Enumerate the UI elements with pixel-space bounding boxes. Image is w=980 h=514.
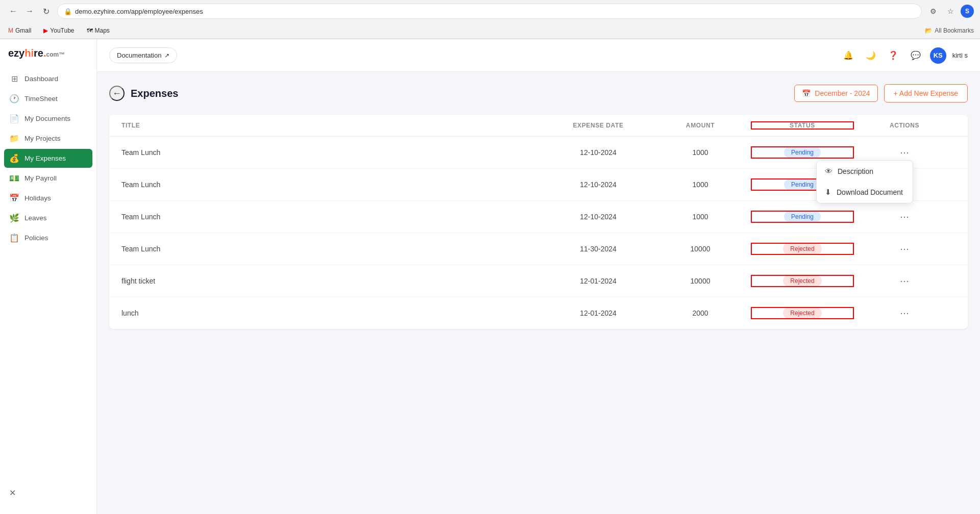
address-bar[interactable]: 🔒 demo.ezyhire.com/app/employee/expenses [57, 4, 922, 19]
sidebar-item-policies[interactable]: 📋 Policies [4, 228, 92, 247]
external-link-icon: ↗ [164, 52, 169, 59]
status-badge: Pending [784, 179, 821, 190]
col-header-date: EXPENSE DATE [547, 122, 649, 129]
sidebar-item-payroll[interactable]: 💵 My Payroll [4, 169, 92, 188]
top-bar: Documentation ↗ 🔔 🌙 ❓ 💬 KS kirti s [97, 39, 980, 72]
reload-button[interactable]: ↻ [39, 4, 53, 18]
sidebar-close-btn[interactable]: ✕ [4, 483, 92, 502]
sidebar-item-label: My Documents [24, 115, 70, 122]
expenses-table: TITLE EXPENSE DATE AMOUNT STATUS ACTIONS… [109, 115, 968, 329]
col-header-amount: AMOUNT [649, 122, 751, 129]
status-badge: Pending [784, 211, 821, 222]
sidebar-item-expenses[interactable]: 💰 My Expenses [4, 149, 92, 168]
youtube-icon: ▶ [43, 27, 48, 34]
profile-btn[interactable]: S [961, 5, 974, 18]
back-nav-button[interactable]: ← [6, 4, 20, 18]
bookmark-gmail[interactable]: M Gmail [6, 26, 33, 35]
cell-date: 11-30-2024 [547, 245, 649, 253]
date-filter-button[interactable]: 📅 December - 2024 [794, 85, 877, 102]
dropdown-description[interactable]: 👁 Description [817, 161, 913, 182]
page-actions: 📅 December - 2024 + Add New Expense [794, 84, 968, 102]
documents-icon: 📄 [9, 114, 19, 123]
actions-cell: ⋯ [853, 305, 955, 321]
sidebar-nav: ⊞ Dashboard 🕐 TimeSheet 📄 My Documents 📁… [0, 69, 96, 479]
bookmark-btn[interactable]: ☆ [943, 4, 958, 18]
sidebar-item-label: My Projects [24, 135, 61, 142]
user-avatar[interactable]: KS [930, 47, 946, 64]
cell-title: lunch [121, 309, 547, 317]
sidebar: ezyhire.com™ ⊞ Dashboard 🕐 TimeSheet 📄 M… [0, 39, 97, 514]
bookmark-maps[interactable]: 🗺 Maps [85, 26, 112, 35]
documentation-button[interactable]: Documentation ↗ [109, 47, 177, 63]
table-row: Team Lunch 12-10-2024 1000 Pending ⋯ 👁 [109, 137, 968, 169]
sidebar-item-documents[interactable]: 📄 My Documents [4, 109, 92, 128]
user-name-label: kirti s [952, 52, 968, 59]
add-expense-label: + Add New Expense [894, 89, 958, 97]
logo-hi: hi [24, 47, 34, 59]
sidebar-item-label: Dashboard [24, 75, 58, 83]
forward-nav-button[interactable]: → [22, 4, 37, 18]
sidebar-item-label: Policies [24, 234, 48, 242]
moon-icon[interactable]: 🌙 [863, 47, 879, 64]
cell-status: Pending [751, 211, 853, 222]
cell-amount: 2000 [649, 309, 751, 317]
cell-amount: 10000 [649, 245, 751, 253]
all-bookmarks-label: All Bookmarks [935, 27, 974, 34]
status-badge: Pending [784, 147, 821, 158]
leaves-icon: 🌿 [9, 213, 19, 223]
actions-cell: ⋯ [853, 273, 955, 289]
cell-date: 12-10-2024 [547, 148, 649, 157]
actions-cell: ⋯ 👁 Description ⬇ Download Document [853, 145, 955, 160]
sidebar-item-timesheet[interactable]: 🕐 TimeSheet [4, 89, 92, 108]
logo-ezy: ezy [8, 47, 24, 59]
notification-bell-icon[interactable]: 🔔 [840, 47, 856, 64]
cell-title: flight ticket [121, 277, 547, 285]
table-row: Team Lunch 11-30-2024 10000 Rejected ⋯ [109, 233, 968, 265]
sidebar-item-leaves[interactable]: 🌿 Leaves [4, 209, 92, 227]
chat-icon[interactable]: 💬 [908, 47, 924, 64]
browser-toolbar: ← → ↻ 🔒 demo.ezyhire.com/app/employee/ex… [0, 0, 980, 22]
dropdown-download[interactable]: ⬇ Download Document [817, 182, 913, 203]
action-dots-button[interactable]: ⋯ [896, 145, 913, 160]
col-header-status: STATUS [751, 122, 853, 129]
cell-title: Team Lunch [121, 181, 547, 189]
cell-date: 12-10-2024 [547, 213, 649, 221]
page-title: Expenses [131, 88, 178, 99]
action-dropdown: 👁 Description ⬇ Download Document [816, 160, 913, 203]
holidays-icon: 📅 [9, 193, 19, 203]
cell-amount: 1000 [649, 148, 751, 157]
extensions-btn[interactable]: ⚙ [926, 4, 940, 18]
cell-title: Team Lunch [121, 245, 547, 253]
sidebar-logo: ezyhire.com™ [0, 47, 96, 69]
status-badge: Rejected [783, 243, 821, 254]
sidebar-item-label: Holidays [24, 194, 51, 202]
cell-status: Pending [751, 147, 853, 158]
sidebar-item-holidays[interactable]: 📅 Holidays [4, 189, 92, 208]
action-dots-button[interactable]: ⋯ [896, 209, 913, 224]
expenses-icon: 💰 [9, 153, 19, 163]
close-icon: ✕ [9, 488, 16, 498]
action-dots-button[interactable]: ⋯ [896, 273, 913, 289]
payroll-icon: 💵 [9, 173, 19, 183]
col-header-actions: ACTIONS [853, 122, 955, 129]
maps-icon: 🗺 [87, 27, 93, 34]
cell-date: 12-01-2024 [547, 277, 649, 285]
top-bar-left: Documentation ↗ [109, 47, 177, 63]
cell-date: 12-10-2024 [547, 181, 649, 189]
description-label: Description [838, 167, 873, 175]
timesheet-icon: 🕐 [9, 94, 19, 104]
add-expense-button[interactable]: + Add New Expense [884, 84, 968, 102]
sidebar-item-projects[interactable]: 📁 My Projects [4, 129, 92, 148]
sidebar-item-label: TimeSheet [24, 95, 58, 102]
cell-title: Team Lunch [121, 213, 547, 221]
action-dots-button[interactable]: ⋯ [896, 305, 913, 321]
browser-chrome: ← → ↻ 🔒 demo.ezyhire.com/app/employee/ex… [0, 0, 980, 39]
page-header: ← Expenses 📅 December - 2024 + Add New E… [109, 84, 968, 102]
back-button[interactable]: ← [109, 86, 125, 101]
action-dots-button[interactable]: ⋯ [896, 241, 913, 256]
help-icon[interactable]: ❓ [885, 47, 901, 64]
bookmark-youtube[interactable]: ▶ YouTube [41, 26, 76, 35]
sidebar-item-dashboard[interactable]: ⊞ Dashboard [4, 69, 92, 88]
youtube-label: YouTube [50, 27, 74, 34]
avatar-initials: KS [934, 52, 943, 59]
